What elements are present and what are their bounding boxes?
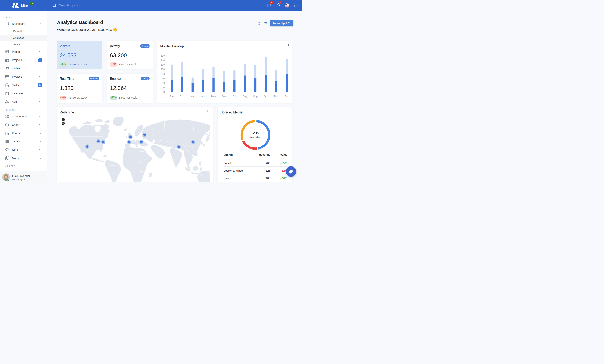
svg-text:Dec: Dec: [285, 95, 289, 98]
svg-text:Jan: Jan: [170, 95, 174, 98]
svg-text:Oct: Oct: [264, 95, 268, 98]
svg-text:40: 40: [162, 81, 165, 84]
svg-text:Feb: Feb: [180, 95, 184, 98]
svg-text:Nov: Nov: [274, 95, 279, 98]
svg-text:80: 80: [162, 72, 165, 75]
svg-text:140: 140: [161, 59, 165, 62]
svg-text:100: 100: [161, 68, 165, 71]
svg-text:Jul: Jul: [233, 95, 236, 98]
svg-text:Apr: Apr: [201, 95, 205, 98]
svg-text:160: 160: [161, 54, 165, 57]
svg-text:Jun: Jun: [222, 95, 226, 98]
svg-text:May: May: [211, 95, 216, 98]
svg-text:20: 20: [162, 86, 165, 89]
svg-text:60: 60: [162, 77, 165, 80]
svg-text:Aug: Aug: [243, 95, 247, 98]
svg-text:Mar: Mar: [190, 95, 195, 98]
svg-text:Sep: Sep: [253, 95, 258, 98]
svg-text:120: 120: [161, 63, 165, 66]
svg-text:0: 0: [164, 90, 165, 93]
